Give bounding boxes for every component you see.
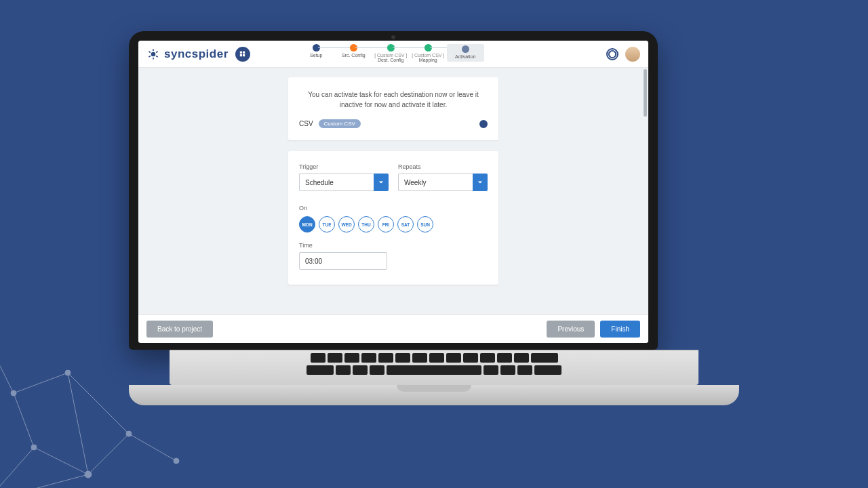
svg-line-5 (68, 373, 88, 474)
repeats-label: Repeats (398, 163, 488, 170)
schedule-card: Trigger Schedule Repeats Weekly (288, 151, 498, 285)
svg-point-17 (174, 458, 179, 464)
svg-line-7 (0, 339, 14, 393)
repeats-value: Weekly (398, 174, 473, 191)
previous-button[interactable]: Previous (547, 321, 595, 338)
spider-icon (146, 47, 160, 61)
svg-point-14 (11, 390, 16, 396)
brand-logo[interactable]: syncspider (146, 47, 229, 61)
brand-text: syncspider (164, 47, 229, 61)
step-mapping[interactable]: [ Custom CSV ]Mapping (410, 44, 447, 63)
main-content: You can activate task for each destinati… (138, 68, 648, 314)
day-mon[interactable]: MON (299, 216, 315, 232)
laptop-mockup: syncspider SetupSrc. Config[ Custom CSV … (129, 31, 739, 405)
top-bar: syncspider SetupSrc. Config[ Custom CSV … (138, 41, 648, 68)
activation-card: You can activate task for each destinati… (288, 77, 498, 140)
svg-line-3 (14, 393, 34, 447)
activation-toggle[interactable] (479, 120, 488, 128)
svg-line-0 (0, 447, 34, 488)
home-nav-icon[interactable] (235, 47, 250, 62)
step-dest-config[interactable]: [ Custom CSV ]Dest. Config (372, 44, 410, 63)
svg-line-8 (129, 434, 176, 461)
day-sat[interactable]: SAT (397, 216, 414, 232)
laptop-keyboard (170, 350, 698, 385)
day-thu[interactable]: THU (358, 216, 374, 232)
finish-button[interactable]: Finish (600, 321, 640, 338)
day-selector: MONTUEWEDTHUFRISATSUN (299, 216, 488, 232)
repeats-select[interactable]: Weekly (398, 174, 488, 191)
back-to-project-button[interactable]: Back to project (146, 321, 213, 338)
svg-point-15 (65, 370, 71, 375)
on-label: On (299, 205, 307, 211)
svg-line-9 (0, 474, 88, 488)
svg-line-1 (34, 447, 88, 474)
laptop-base (129, 385, 739, 405)
user-avatar[interactable] (625, 47, 640, 62)
day-tue[interactable]: TUE (319, 216, 335, 232)
trigger-select[interactable]: Schedule (299, 174, 389, 191)
time-input[interactable] (299, 252, 387, 270)
svg-line-4 (14, 373, 68, 393)
camera-dot (391, 35, 395, 39)
footer-bar: Back to project Previous Finish (138, 314, 648, 343)
step-src-config[interactable]: Src. Config (335, 44, 372, 58)
destination-label: CSV (299, 120, 313, 127)
scrollbar[interactable] (644, 68, 647, 314)
day-sun[interactable]: SUN (417, 216, 433, 232)
destination-row: CSV Custom CSV (299, 119, 488, 128)
step-setup[interactable]: Setup (298, 44, 335, 58)
trigger-label: Trigger (299, 163, 389, 170)
svg-point-18 (152, 52, 155, 56)
svg-line-6 (68, 373, 129, 434)
chevron-down-icon (374, 174, 389, 191)
destination-chip: Custom CSV (319, 119, 361, 128)
svg-point-19 (609, 50, 616, 58)
app-screen: syncspider SetupSrc. Config[ Custom CSV … (138, 41, 648, 343)
svg-point-11 (31, 445, 37, 450)
help-icon[interactable] (606, 48, 618, 60)
day-wed[interactable]: WED (338, 216, 355, 232)
trigger-value: Schedule (299, 174, 374, 191)
day-fri[interactable]: FRI (378, 216, 394, 232)
step-activation[interactable]: Activation (447, 44, 484, 61)
wizard-stepper: SetupSrc. Config[ Custom CSV ]Dest. Conf… (298, 44, 484, 63)
svg-point-13 (126, 431, 132, 436)
chevron-down-icon (473, 174, 488, 191)
activation-description: You can activate task for each destinati… (299, 89, 488, 110)
svg-point-12 (85, 471, 92, 478)
time-label: Time (299, 242, 387, 249)
svg-line-2 (88, 434, 129, 474)
